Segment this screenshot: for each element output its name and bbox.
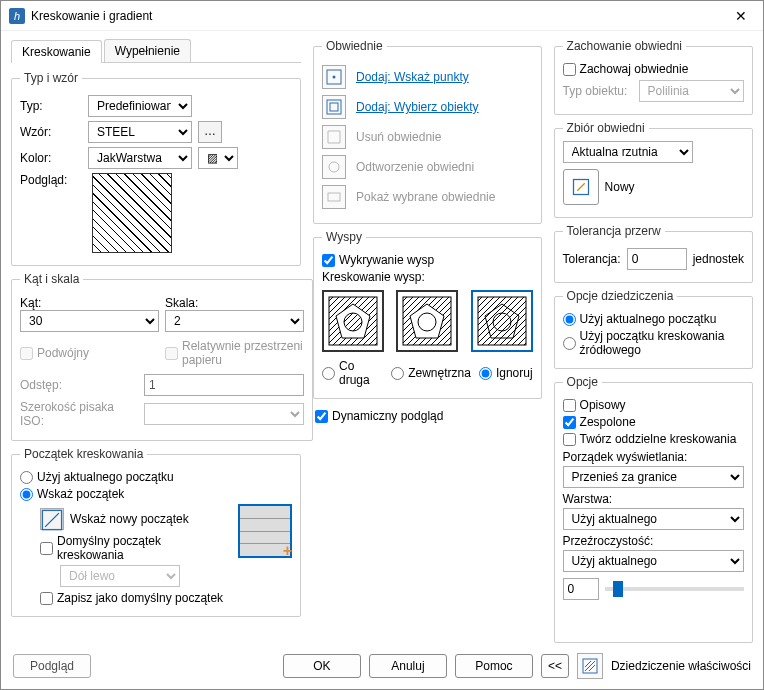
svg-point-9 [344,313,362,331]
rel-paper-checkbox [165,347,178,360]
group-angle-scale: Kąt i skala Kąt: 30 Skala: 2 Podwójny Re… [11,272,313,441]
layer-label: Warstwa: [563,492,744,506]
group-options: Opcje Opisowy Zespolone Twórz oddzielne … [554,375,753,643]
tolerance-input[interactable] [627,248,687,270]
group-islands: Wyspy Wykrywanie wysp Kreskowanie wysp: … [313,230,542,399]
color-secondary-select[interactable]: ▨ [198,147,238,169]
associative-checkbox[interactable] [563,416,576,429]
recreate-boundaries-icon [322,155,346,179]
group-boundary-set: Zbiór obwiedni Aktualna rzutnia Nowy [554,121,753,218]
pick-origin-button[interactable] [40,508,64,530]
svg-point-12 [418,313,436,331]
iso-width-label: Szerokość pisaka ISO: [20,400,138,428]
object-type-select: Polilinia [639,80,744,102]
spacing-input [144,374,304,396]
close-icon[interactable]: ✕ [727,8,755,24]
default-origin-corner-select: Dół lewo [60,565,180,587]
svg-rect-4 [330,103,338,111]
pattern-label: Wzór: [20,125,82,139]
transparency-slider[interactable] [605,587,744,591]
island-style-ignore-image[interactable] [471,290,533,352]
annotative-checkbox[interactable] [563,399,576,412]
save-default-origin-checkbox[interactable] [40,592,53,605]
type-label: Typ: [20,99,82,113]
svg-rect-3 [327,100,341,114]
transparency-value-input[interactable] [563,578,599,600]
collapse-button[interactable]: << [541,654,569,678]
inherit-properties-icon[interactable] [577,653,603,679]
separate-hatches-checkbox[interactable] [563,433,576,446]
add-select-objects-link[interactable]: Dodaj: Wybierz obiekty [356,100,479,114]
spacing-label: Odstęp: [20,378,138,392]
preview-button[interactable]: Podgląd [13,654,91,678]
group-gap-tolerance: Tolerancja przerw Tolerancja: jednostek [554,224,753,283]
iso-width-select [144,403,304,425]
cancel-button[interactable]: Anuluj [369,654,447,678]
show-boundaries-icon [322,185,346,209]
tabs: Kreskowanie Wypełnienie [11,39,301,63]
svg-point-2 [333,76,336,79]
island-outer-radio[interactable] [391,367,404,380]
origin-preview [238,504,292,558]
group-retain-boundary: Zachowanie obwiedni Zachowaj obwiednie T… [554,39,753,115]
boundary-set-select[interactable]: Aktualna rzutnia [563,141,693,163]
pattern-select[interactable]: STEEL [88,121,192,143]
ok-button[interactable]: OK [283,654,361,678]
preview-label: Podgląd: [20,173,82,187]
object-type-label: Typ obiektu: [563,84,633,98]
dialog-window: h Kreskowanie i gradient ✕ Kreskowanie W… [0,0,764,690]
group-type-pattern: Typ i wzór Typ: Predefiniowana Wzór: STE… [11,71,301,266]
group-boundaries: Obwiednie Dodaj: Wskaż punkty Dodaj: Wyb… [313,39,542,224]
angle-label: Kąt: [20,296,159,310]
draw-order-label: Porządek wyświetlania: [563,450,744,464]
inherit-properties-label: Dziedziczenie właściwości [611,659,751,673]
add-pick-points-link[interactable]: Dodaj: Wskaż punkty [356,70,469,84]
type-select[interactable]: Predefiniowana [88,95,192,117]
island-style-label: Kreskowanie wysp: [322,270,533,284]
scale-label: Skala: [165,296,304,310]
island-ignore-radio[interactable] [479,367,492,380]
svg-rect-6 [328,193,340,201]
layer-select[interactable]: Użyj aktualnego [563,508,744,530]
svg-point-5 [329,162,339,172]
draw-order-select[interactable]: Przenieś za granice [563,466,744,488]
pattern-preview[interactable] [92,173,172,253]
app-icon: h [9,8,25,24]
pattern-browse-button[interactable]: … [198,121,222,143]
scale-select[interactable]: 2 [165,310,304,332]
color-label: Kolor: [20,151,82,165]
inherit-source-radio[interactable] [563,337,576,350]
group-hatch-origin: Początek kreskowania Użyj aktualnego poc… [11,447,301,617]
origin-specify-radio[interactable] [20,488,33,501]
island-style-normal-image[interactable] [322,290,384,352]
transparency-label: Przeźroczystość: [563,534,744,548]
angle-select[interactable]: 30 [20,310,159,332]
transparency-select[interactable]: Użyj aktualnego [563,550,744,572]
svg-point-15 [493,313,511,331]
inherit-current-radio[interactable] [563,313,576,326]
help-button[interactable]: Pomoc [455,654,533,678]
island-normal-radio[interactable] [322,367,335,380]
titlebar: h Kreskowanie i gradient ✕ [1,1,763,31]
tab-hatch[interactable]: Kreskowanie [11,40,102,63]
origin-current-radio[interactable] [20,471,33,484]
tab-fill[interactable]: Wypełnienie [104,39,191,62]
default-origin-checkbox[interactable] [40,542,53,555]
add-pick-points-icon[interactable] [322,65,346,89]
dynamic-preview-checkbox[interactable] [315,410,328,423]
island-style-outer-image[interactable] [396,290,458,352]
footer: Podgląd OK Anuluj Pomoc << Dziedziczenie… [1,647,763,689]
tolerance-label: Tolerancja: [563,252,621,266]
add-select-objects-icon[interactable] [322,95,346,119]
window-title: Kreskowanie i gradient [31,9,727,23]
retain-boundary-checkbox[interactable] [563,63,576,76]
color-select[interactable]: JakWarstwa [88,147,192,169]
group-inherit-options: Opcje dziedziczenia Użyj aktualnego pocz… [554,289,753,369]
remove-boundaries-icon [322,125,346,149]
island-detection-checkbox[interactable] [322,254,335,267]
double-checkbox [20,347,33,360]
new-boundary-set-icon[interactable] [563,169,599,205]
